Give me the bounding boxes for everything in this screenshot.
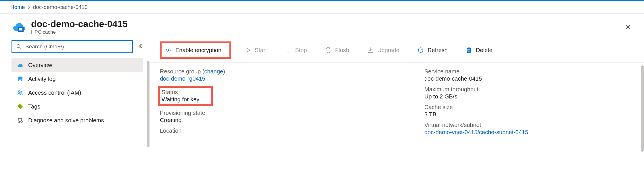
prop-service-name: Service name doc-demo-cache-0415	[424, 68, 631, 82]
sidebar-scrollbar[interactable]	[147, 61, 150, 147]
cache-size-value: 3 TB	[424, 111, 631, 118]
annotation-highlight-status: Status Waiting for key	[158, 86, 213, 106]
sidebar-item-label: Activity log	[28, 76, 56, 82]
sidebar: Overview Activity log Access control (IA…	[0, 38, 150, 170]
sidebar-item-label: Overview	[28, 62, 52, 69]
svg-point-10	[18, 91, 20, 92]
cloud-icon	[17, 62, 24, 69]
sidebar-item-overview[interactable]: Overview	[12, 58, 143, 72]
svg-rect-8	[19, 79, 22, 79]
svg-point-13	[166, 49, 168, 51]
svg-point-4	[17, 45, 20, 48]
start-button[interactable]: Start	[240, 44, 271, 56]
sidebar-item-access-control[interactable]: Access control (IAM)	[12, 86, 143, 100]
button-label: Delete	[476, 47, 492, 54]
main-panel: Enable encryption Start Stop Flush	[150, 38, 644, 170]
stop-icon	[285, 47, 292, 54]
resource-group-link[interactable]: doc-demo-rg0415	[160, 75, 205, 82]
close-button[interactable]	[622, 21, 634, 33]
search-icon	[16, 43, 22, 50]
throughput-value: Up to 2 GB/s	[424, 93, 631, 100]
button-label: Stop	[295, 47, 307, 54]
play-icon	[244, 47, 251, 54]
prop-location: Location	[160, 128, 413, 134]
provisioning-value: Creating	[160, 117, 413, 124]
flush-button[interactable]: Flush	[320, 44, 354, 56]
trash-icon	[465, 47, 472, 54]
search-input-wrap[interactable]	[12, 40, 133, 53]
page-title: doc-demo-cache-0415	[31, 19, 622, 29]
hpc-cache-icon	[12, 20, 26, 35]
refresh-icon	[417, 47, 424, 54]
status-value: Waiting for key	[160, 96, 200, 103]
prop-label: Maximum throughput	[424, 86, 631, 93]
prop-label: Location	[160, 128, 413, 134]
upgrade-button[interactable]: Upgrade	[362, 44, 404, 56]
access-control-icon	[17, 89, 24, 96]
sidebar-item-diagnose[interactable]: Diagnose and solve problems	[12, 113, 143, 127]
toolbar: Enable encryption Start Stop Flush	[150, 38, 644, 62]
change-resource-group-link[interactable]: change	[204, 68, 223, 75]
tags-icon	[17, 103, 24, 110]
prop-cache-size: Cache size 3 TB	[424, 104, 631, 118]
sidebar-item-label: Tags	[28, 103, 40, 110]
button-label: Start	[255, 47, 267, 54]
breadcrumb-home[interactable]: Home	[10, 4, 25, 10]
button-label: Upgrade	[377, 47, 399, 54]
prop-label: Resource group	[160, 68, 201, 75]
page-header: doc-demo-cache-0415 HPC cache	[0, 14, 644, 38]
key-icon	[165, 47, 172, 54]
annotation-highlight-enable-encryption: Enable encryption	[160, 41, 231, 59]
download-icon	[367, 47, 374, 54]
refresh-button[interactable]: Refresh	[413, 44, 452, 56]
prop-label: Virtual network/subnet	[424, 122, 631, 128]
button-label: Refresh	[428, 47, 448, 54]
prop-label: Status	[160, 89, 200, 96]
sidebar-item-tags[interactable]: Tags	[12, 100, 143, 113]
collapse-sidebar-button[interactable]	[137, 43, 143, 50]
enable-encryption-button[interactable]: Enable encryption	[165, 47, 221, 54]
sidebar-item-label: Diagnose and solve problems	[28, 117, 104, 124]
button-label: Enable encryption	[175, 47, 221, 54]
svg-rect-14	[286, 48, 290, 52]
diagnose-icon	[17, 117, 24, 124]
prop-label: Service name	[424, 68, 631, 75]
activity-log-icon	[17, 75, 24, 82]
prop-resource-group: Resource group (change) doc-demo-rg0415	[160, 68, 413, 82]
button-label: Flush	[335, 47, 349, 54]
svg-rect-7	[19, 78, 22, 78]
svg-point-12	[19, 105, 20, 106]
svg-line-5	[20, 48, 22, 49]
svg-rect-9	[19, 80, 21, 81]
sidebar-item-label: Access control (IAM)	[28, 90, 81, 96]
prop-label: Provisioning state	[160, 110, 413, 116]
prop-label: Cache size	[424, 104, 631, 111]
prop-vnet-subnet: Virtual network/subnet doc-demo-vnet-041…	[424, 122, 631, 136]
prop-max-throughput: Maximum throughput Up to 2 GB/s	[424, 86, 631, 100]
main-scrollbar[interactable]	[641, 65, 644, 152]
sidebar-item-activity-log[interactable]: Activity log	[12, 72, 143, 86]
search-input[interactable]	[25, 43, 129, 50]
svg-point-11	[21, 92, 22, 93]
vnet-subnet-link[interactable]: doc-demo-vnet-0415/cache-subnet-0415	[424, 129, 528, 135]
stop-button[interactable]: Stop	[280, 44, 311, 56]
flush-icon	[325, 47, 332, 54]
prop-status: Status Waiting for key	[160, 89, 200, 103]
prop-provisioning-state: Provisioning state Creating	[160, 110, 413, 124]
service-name-value: doc-demo-cache-0415	[424, 75, 631, 82]
delete-button[interactable]: Delete	[461, 44, 497, 56]
chevron-right-icon	[27, 4, 31, 10]
page-subtitle: HPC cache	[31, 29, 622, 35]
breadcrumb: Home doc-demo-cache-0415	[0, 1, 644, 14]
breadcrumb-current: doc-demo-cache-0415	[33, 4, 88, 10]
